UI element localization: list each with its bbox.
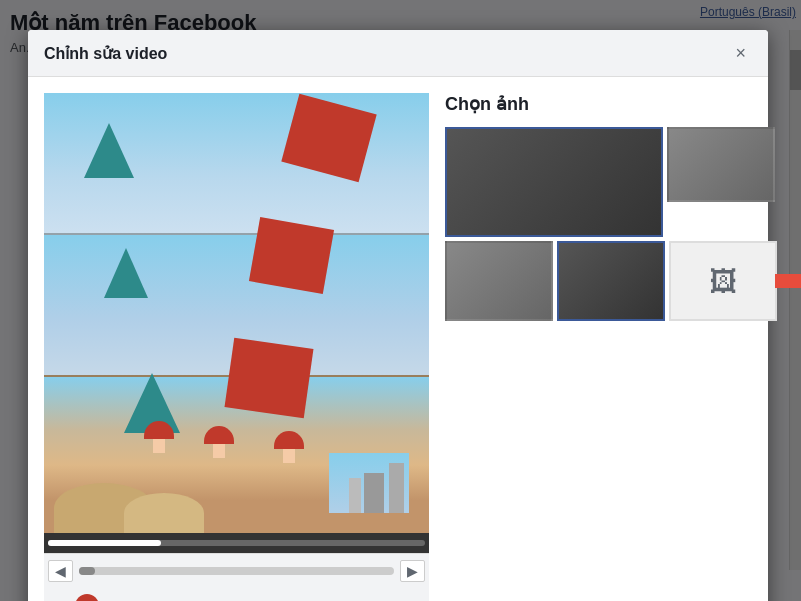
upload-button[interactable]: 🖼 bbox=[669, 241, 777, 321]
thumbnail-large[interactable] bbox=[445, 127, 663, 237]
modal-header: Chỉnh sửa video × bbox=[28, 30, 768, 77]
video-scrubber[interactable] bbox=[44, 533, 429, 553]
chooser-title: Chọn ảnh bbox=[445, 93, 777, 115]
pagination-prev-arrow[interactable]: ◀ bbox=[48, 560, 73, 582]
scrubber-fill bbox=[48, 540, 161, 546]
dune-2 bbox=[124, 493, 204, 533]
mushroom-cap-2 bbox=[204, 426, 234, 444]
mushroom-2 bbox=[204, 426, 234, 458]
chooser-row-1 bbox=[445, 127, 777, 237]
page-num-3[interactable]: 3 bbox=[102, 594, 126, 601]
page-num-13[interactable]: 13 bbox=[372, 594, 396, 601]
scrubber-bar[interactable] bbox=[48, 540, 425, 546]
chooser-thumbnails: 🖼 bbox=[445, 127, 777, 321]
page-num-5[interactable]: 5 bbox=[156, 594, 180, 601]
page-num-1[interactable]: 1 bbox=[48, 594, 72, 601]
thumbnail-2[interactable] bbox=[667, 127, 775, 202]
mushroom-1 bbox=[144, 421, 174, 453]
video-preview bbox=[44, 93, 429, 553]
cone-shape-1 bbox=[84, 123, 134, 178]
modal-title: Chỉnh sửa video bbox=[44, 44, 167, 63]
page-num-8[interactable]: 8 bbox=[237, 594, 261, 601]
chooser-row-2: 🖼 bbox=[445, 241, 777, 321]
page-num-12[interactable]: 12 bbox=[345, 594, 369, 601]
pagination-thumb[interactable] bbox=[79, 567, 95, 575]
page-num-6[interactable]: 6 bbox=[183, 594, 207, 601]
modal-dialog: Chỉnh sửa video × bbox=[28, 30, 768, 601]
video-section: ◀ ▶ 1 2 3 4 5 6 7 8 9 10 11 12 13 bbox=[44, 93, 429, 601]
mushroom-cap-1 bbox=[144, 421, 174, 439]
cone-shape-2 bbox=[104, 248, 148, 298]
page-num-9[interactable]: 9 bbox=[264, 594, 288, 601]
box-shape-3 bbox=[225, 338, 314, 418]
page-num-11[interactable]: 11 bbox=[318, 594, 342, 601]
mushroom-stem-3 bbox=[283, 449, 295, 463]
box-shape-2 bbox=[249, 217, 334, 294]
page-num-4[interactable]: 4 bbox=[129, 594, 153, 601]
thumbnail-3[interactable] bbox=[445, 241, 553, 321]
mushroom-stem-2 bbox=[213, 444, 225, 458]
thumbnail-4[interactable] bbox=[557, 241, 665, 321]
pagination-scrollbar[interactable] bbox=[79, 567, 394, 575]
mushroom-stem-1 bbox=[153, 439, 165, 453]
video-pagination: ◀ ▶ bbox=[44, 553, 429, 588]
red-arrow-indicator bbox=[775, 263, 801, 299]
page-numbers-row: 1 2 3 4 5 6 7 8 9 10 11 12 13 bbox=[44, 588, 429, 601]
page-num-10[interactable]: 10 bbox=[291, 594, 315, 601]
mushroom-3 bbox=[274, 431, 304, 463]
arrow-shaft bbox=[775, 274, 801, 288]
modal-close-button[interactable]: × bbox=[729, 42, 752, 64]
video-frame bbox=[44, 93, 429, 553]
dunes-layer bbox=[44, 473, 429, 533]
photo-chooser: Chọn ảnh 🖼 bbox=[445, 93, 777, 601]
upload-icon: 🖼 bbox=[709, 265, 737, 298]
modal-body: ◀ ▶ 1 2 3 4 5 6 7 8 9 10 11 12 13 bbox=[28, 77, 768, 601]
pagination-next-arrow[interactable]: ▶ bbox=[400, 560, 425, 582]
page-num-7[interactable]: 7 bbox=[210, 594, 234, 601]
page-num-2[interactable]: 2 bbox=[75, 594, 99, 601]
mushroom-cap-3 bbox=[274, 431, 304, 449]
